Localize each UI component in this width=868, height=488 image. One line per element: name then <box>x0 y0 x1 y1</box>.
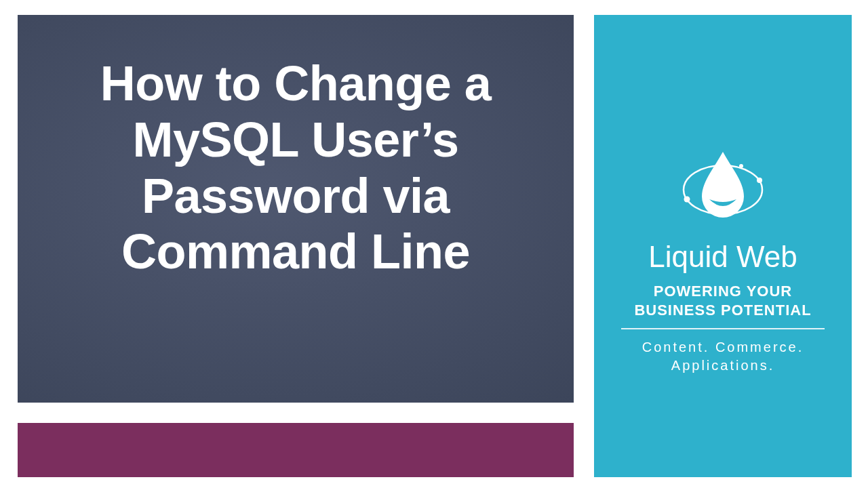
accent-bar <box>18 423 574 477</box>
brand-divider <box>621 328 825 329</box>
brand-tagline-primary-line2: BUSINESS POTENTIAL <box>634 302 811 319</box>
brand-logo <box>594 144 852 232</box>
slide-title: How to Change a MySQL User’s Password vi… <box>18 56 574 280</box>
brand-sidebar: Liquid Web POWERING YOUR BUSINESS POTENT… <box>594 15 852 477</box>
svg-point-3 <box>739 164 743 168</box>
title-panel: How to Change a MySQL User’s Password vi… <box>18 15 574 403</box>
slide-canvas: How to Change a MySQL User’s Password vi… <box>0 0 868 488</box>
liquid-web-drop-icon <box>679 144 767 232</box>
brand-tagline-primary: POWERING YOUR BUSINESS POTENTIAL <box>594 282 852 319</box>
brand-tagline-secondary-line1: Content. Commerce. <box>642 340 804 354</box>
brand-tagline-secondary: Content. Commerce. Applications. <box>594 338 852 375</box>
brand-tagline-secondary-line2: Applications. <box>671 358 774 373</box>
svg-point-1 <box>684 197 690 203</box>
brand-name: Liquid Web <box>594 240 852 274</box>
svg-point-2 <box>757 178 762 183</box>
brand-tagline-primary-line1: POWERING YOUR <box>654 283 793 300</box>
